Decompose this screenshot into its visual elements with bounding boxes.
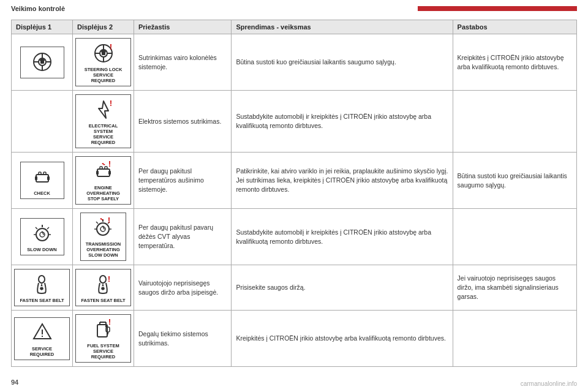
disp2-cell: !TRANSMISSIONOVERHEATINGSLOW DOWN: [73, 209, 134, 265]
svg-point-38: [97, 223, 109, 235]
svg-line-34: [47, 227, 49, 229]
disp2-cell: !STEERING LOCKSERVICE REQUIRED: [73, 34, 134, 91]
col-header-disp1: Displėjus 1: [12, 20, 73, 34]
svg-text:!: !: [108, 160, 111, 168]
reason-cell: Per daugų pakitusl temperatūros aušinimo…: [134, 153, 232, 209]
disp2-icon-label: ELECTRICAL SYSTEMSERVICE REQUIRED: [81, 123, 126, 145]
svg-point-47: [39, 276, 45, 283]
col-header-reason: Priežastis: [134, 20, 232, 34]
reason-cell: Vairuotojojo neprisisegęs saugos diržo a…: [134, 265, 232, 311]
svg-rect-27: [100, 167, 102, 169]
disp1-cell: SERVICE REQUIRED: [12, 311, 73, 367]
svg-point-39: [100, 227, 105, 232]
main-table: Displėjus 1 Displėjus 2 Priežastis Spren…: [11, 20, 577, 367]
disp1-icon-label: FASTEN SEAT BELT: [20, 298, 64, 303]
disp1-icon-label: SERVICE REQUIRED: [20, 346, 64, 357]
disp1-icon-box: SERVICE REQUIRED: [14, 317, 70, 360]
disp2-icon-label: FASTEN SEAT BELT: [81, 298, 125, 303]
disp1-icon-label: CHECK: [34, 190, 50, 196]
action-cell: Sustabdykite automobilį ir kreipkitės į …: [232, 209, 453, 265]
svg-rect-20: [39, 172, 41, 175]
disp1-cell: [12, 34, 73, 91]
disp2-icon-box: !FUEL SYSTEMSERVICE REQUIRED: [75, 314, 131, 363]
svg-text:!: !: [108, 217, 110, 225]
svg-point-30: [36, 228, 48, 241]
note-cell: Kreipkitės į CITROËN įrikio atstovybę ar…: [453, 34, 576, 91]
disp2-icon-label: ENGINE OVERHEATINGSTOP SAFELY: [81, 185, 126, 202]
disp2-icon-box: !TRANSMISSIONOVERHEATINGSLOW DOWN: [80, 213, 127, 261]
disp2-cell: !ELECTRICAL SYSTEMSERVICE REQUIRED: [73, 91, 134, 153]
svg-rect-26: [108, 171, 111, 175]
disp2-icon-box: !FASTEN SEAT BELT: [75, 269, 130, 306]
disp2-cell: !FUEL SYSTEMSERVICE REQUIRED: [73, 311, 134, 367]
watermark: carmanualonline.info: [521, 380, 577, 387]
action-cell: Patikrinkite, kai atviro variklo in jei …: [232, 153, 453, 209]
disp2-icon-box: !STEERING LOCKSERVICE REQUIRED: [75, 38, 131, 86]
disp1-icon-box: FASTEN SEAT BELT: [14, 269, 69, 306]
disp2-cell: !ENGINE OVERHEATINGSTOP SAFELY: [73, 153, 134, 209]
action-cell: Būtina sustoti kuo greičiausiai laikanti…: [232, 34, 453, 91]
svg-point-31: [40, 232, 45, 237]
disp1-icon-label: SLOW DOWN: [27, 247, 56, 252]
table-row: FASTEN SEAT BELT!FASTEN SEAT BELTVairuot…: [12, 265, 577, 311]
svg-rect-25: [96, 171, 99, 175]
disp2-cell: !FASTEN SEAT BELT: [73, 265, 134, 311]
svg-rect-28: [105, 167, 107, 169]
svg-rect-17: [36, 175, 48, 182]
svg-text:!: !: [110, 43, 112, 51]
svg-rect-18: [35, 176, 37, 180]
col-header-note: Pastabos: [453, 20, 576, 34]
col-header-disp2: Displėjus 2: [73, 20, 134, 34]
disp1-icon-box: CHECK: [20, 162, 64, 199]
disp2-icon-label: STEERING LOCKSERVICE REQUIRED: [81, 67, 126, 83]
reason-cell: Elektros sistemos sutrikimas.: [134, 91, 232, 153]
note-cell: Būtina sustoti kuo greičiausiai laikanti…: [453, 153, 576, 209]
svg-rect-19: [47, 176, 50, 180]
note-cell: Jei vairuotojo neprisisegęs saugos diržo…: [453, 265, 576, 311]
svg-rect-24: [97, 169, 110, 176]
disp1-cell: SLOW DOWN: [12, 209, 73, 265]
note-cell: [453, 311, 576, 367]
table-row: !STEERING LOCKSERVICE REQUIREDSutrinkima…: [12, 34, 577, 91]
svg-rect-50: [42, 330, 43, 334]
action-cell: Sustabdykite automobilį ir kreipkitės į …: [232, 91, 453, 153]
svg-line-33: [36, 227, 37, 229]
disp1-cell: FASTEN SEAT BELT: [12, 265, 73, 311]
disp1-cell: CHECK: [12, 153, 73, 209]
table-row: SERVICE REQUIRED!FUEL SYSTEMSERVICE REQU…: [12, 311, 577, 367]
col-header-action: Sprendimas - veiksmas: [232, 20, 453, 34]
svg-rect-51: [42, 336, 43, 337]
disp1-icon-box: [20, 47, 64, 78]
disp2-icon-label: FUEL SYSTEMSERVICE REQUIRED: [81, 343, 126, 360]
svg-rect-21: [43, 172, 46, 175]
table-row: !ELECTRICAL SYSTEMSERVICE REQUIREDElektr…: [12, 91, 577, 153]
svg-marker-15: [99, 101, 108, 118]
reason-cell: Sutrinkimas vairo kolonėlės sistemoje.: [134, 34, 232, 91]
action-cell: Kreipkitės į CITROËN įrikio atstovybę ar…: [232, 311, 453, 367]
page-number: 94: [11, 379, 18, 386]
disp2-icon-label: TRANSMISSIONOVERHEATINGSLOW DOWN: [86, 241, 121, 258]
accent-bar: [418, 6, 577, 11]
table-row: CHECK!ENGINE OVERHEATINGSTOP SAFELYPer d…: [12, 153, 577, 209]
svg-point-48: [100, 276, 106, 283]
action-cell: Prisisekite saugos diržą.: [232, 265, 453, 311]
table-header-row: Displėjus 1 Displėjus 2 Priežastis Spren…: [12, 20, 577, 34]
reason-cell: Degalų tiekimo sistemos sutrikimas.: [134, 311, 232, 367]
disp1-icon-box: SLOW DOWN: [20, 218, 64, 255]
note-cell: [453, 91, 576, 153]
disp2-icon-box: !ELECTRICAL SYSTEMSERVICE REQUIRED: [75, 94, 131, 148]
disp2-icon-box: !ENGINE OVERHEATINGSTOP SAFELY: [75, 156, 131, 205]
reason-cell: Per daugų pakitusl pavarų dėžės CVT alyv…: [134, 209, 232, 265]
page-content: Displėjus 1 Displėjus 2 Priežastis Spren…: [0, 17, 588, 373]
table-row: SLOW DOWN!TRANSMISSIONOVERHEATINGSLOW DO…: [12, 209, 577, 265]
note-cell: [453, 209, 576, 265]
disp1-cell: [12, 91, 73, 153]
svg-text:!: !: [108, 318, 111, 326]
page-title: Veikimo kontrolė: [11, 5, 412, 12]
svg-line-41: [96, 222, 98, 224]
svg-text:!: !: [110, 99, 112, 108]
top-bar: Veikimo kontrolė: [0, 0, 588, 17]
svg-text:!: !: [108, 275, 110, 284]
